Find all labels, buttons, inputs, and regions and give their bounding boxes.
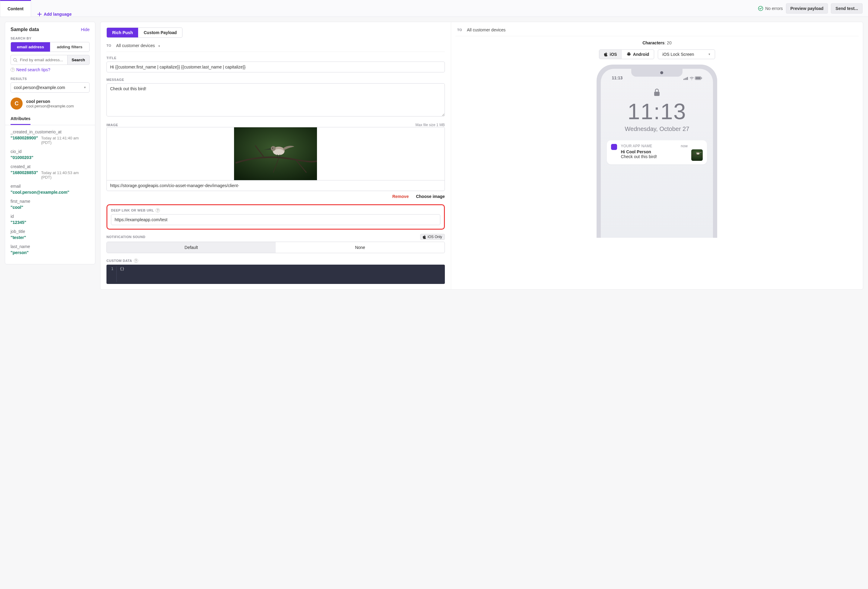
image-preview bbox=[106, 127, 445, 180]
attribute-key: created_at bbox=[10, 164, 90, 169]
attribute-key: _created_in_customerio_at bbox=[10, 129, 90, 134]
custom-data-editor[interactable]: 1 {} bbox=[106, 265, 445, 284]
tab-attributes[interactable]: Attributes bbox=[10, 113, 31, 125]
image-note: Max file size 1 MB bbox=[416, 123, 445, 127]
notification-card: YOUR APP NAME now Hi Cool Person Check o… bbox=[607, 140, 707, 164]
compose-column: Rich Push Custom Payload TO All customer… bbox=[100, 22, 451, 289]
choose-image-button[interactable]: Choose image bbox=[416, 194, 445, 199]
phone-frame: 11:13 11:13 Wednesday, October 27 bbox=[596, 65, 717, 238]
os-ios-label: iOS bbox=[610, 52, 617, 57]
attribute-value: "tester" bbox=[10, 235, 26, 240]
image-url-input[interactable] bbox=[106, 180, 445, 191]
attribute-key: job_title bbox=[10, 229, 90, 234]
attribute-value: "cool.person@example.com" bbox=[10, 190, 69, 195]
no-errors-indicator: No errors bbox=[758, 6, 782, 11]
search-button[interactable]: Search bbox=[67, 55, 90, 65]
preview-to-row: TO All customer devices bbox=[455, 26, 859, 36]
notification-title: Hi Cool Person bbox=[621, 149, 688, 154]
tab-content[interactable]: Content bbox=[0, 0, 31, 16]
results-select[interactable]: cool.person@example.com ▼ bbox=[10, 82, 90, 93]
title-label: TITLE bbox=[106, 56, 445, 60]
os-android[interactable]: Android bbox=[622, 50, 654, 59]
top-actions: No errors Preview payload Send test... bbox=[758, 3, 862, 13]
attribute-key: cio_id bbox=[10, 149, 90, 154]
sound-segment: Default None bbox=[106, 242, 445, 253]
sound-default[interactable]: Default bbox=[107, 242, 276, 253]
attribute-key: last_name bbox=[10, 244, 90, 249]
remove-image-button[interactable]: Remove bbox=[393, 194, 409, 199]
attribute-row: id"12345" bbox=[10, 214, 90, 225]
status-time: 11:13 bbox=[612, 75, 623, 80]
svg-rect-13 bbox=[695, 77, 701, 79]
search-input[interactable] bbox=[10, 55, 67, 65]
sound-none[interactable]: None bbox=[276, 242, 444, 253]
code-line-number: 1 bbox=[106, 266, 117, 282]
search-by-email[interactable]: email address bbox=[11, 42, 50, 52]
ios-only-text: iOS Only bbox=[428, 235, 442, 239]
os-segment: iOS Android bbox=[599, 49, 654, 59]
chevron-down-icon: ▼ bbox=[708, 53, 710, 56]
characters-count: Characters: 20 bbox=[642, 40, 672, 45]
custom-data-label-text: CUSTOM DATA bbox=[106, 259, 132, 262]
deep-link-label: DEEP LINK OR WEB URL ? bbox=[111, 208, 440, 212]
sample-data-panel: Sample data Hide SEARCH BY email address… bbox=[5, 22, 95, 264]
mode-custom-payload[interactable]: Custom Payload bbox=[138, 28, 182, 37]
attribute-value: "1680028900" bbox=[10, 136, 38, 140]
attribute-value: "person" bbox=[10, 250, 29, 255]
preview-to-value: All customer devices bbox=[467, 27, 505, 32]
attribute-key: first_name bbox=[10, 199, 90, 204]
app-icon bbox=[611, 144, 617, 150]
attribute-meta: Today at 11:41:40 am (PDT) bbox=[41, 136, 90, 145]
person-email: cool.person@example.com bbox=[26, 104, 74, 108]
avatar: C bbox=[10, 98, 23, 110]
apple-icon bbox=[423, 235, 426, 239]
title-input[interactable] bbox=[106, 62, 445, 73]
os-segment-row: iOS Android iOS Lock Screen ▼ bbox=[599, 49, 715, 59]
search-by-segment: email address adding filters bbox=[10, 42, 90, 52]
attribute-value: "cool" bbox=[10, 205, 23, 210]
search-icon bbox=[13, 58, 18, 62]
deep-link-section: DEEP LINK OR WEB URL ? bbox=[106, 204, 445, 229]
lockscreen-clock: 11:13 bbox=[605, 99, 708, 124]
bird-image bbox=[234, 127, 317, 180]
to-selector[interactable]: All customer devices ▼ bbox=[116, 43, 161, 48]
top-tabs: Content Add language bbox=[0, 0, 78, 16]
svg-rect-8 bbox=[683, 79, 684, 80]
search-by-filters[interactable]: adding filters bbox=[50, 42, 89, 52]
notification-body: Check out this bird! bbox=[621, 154, 688, 159]
lockscreen-value: iOS Lock Screen bbox=[662, 52, 694, 57]
message-label: MESSAGE bbox=[106, 78, 445, 81]
attribute-row: job_title"tester" bbox=[10, 229, 90, 240]
custom-data-label: CUSTOM DATA ? bbox=[106, 259, 445, 263]
editor-panel: Rich Push Custom Payload TO All customer… bbox=[100, 22, 863, 290]
attribute-key: email bbox=[10, 184, 90, 189]
person-subtabs: Attributes bbox=[5, 113, 95, 125]
image-label: IMAGE bbox=[106, 123, 118, 127]
sample-data-title: Sample data bbox=[10, 27, 39, 32]
phone-screen: 11:13 11:13 Wednesday, October 27 bbox=[601, 69, 713, 238]
preview-payload-button[interactable]: Preview payload bbox=[786, 3, 828, 13]
person-name: cool person bbox=[26, 99, 74, 104]
send-test-button[interactable]: Send test... bbox=[831, 3, 862, 13]
search-tips-link[interactable]: ? Need search tips? bbox=[10, 67, 90, 72]
attribute-key: id bbox=[10, 214, 90, 219]
attribute-row: _created_in_customerio_at"1680028900"Tod… bbox=[10, 129, 90, 145]
search-by-label: SEARCH BY bbox=[10, 37, 90, 40]
to-value: All customer devices bbox=[116, 43, 155, 48]
os-ios[interactable]: iOS bbox=[599, 50, 622, 59]
hide-link[interactable]: Hide bbox=[81, 27, 90, 32]
message-textarea[interactable] bbox=[106, 83, 445, 117]
lockscreen-select[interactable]: iOS Lock Screen ▼ bbox=[658, 49, 715, 59]
to-label: TO bbox=[106, 44, 111, 47]
svg-rect-10 bbox=[686, 77, 687, 80]
status-icons bbox=[683, 75, 703, 80]
deep-link-input[interactable] bbox=[111, 214, 440, 225]
phone-notch bbox=[631, 69, 682, 77]
ios-only-badge: iOS Only bbox=[420, 234, 445, 240]
preview-column: TO All customer devices Characters: 20 i… bbox=[451, 22, 863, 289]
notification-thumbnail bbox=[691, 149, 703, 161]
os-android-label: Android bbox=[633, 52, 650, 57]
add-language-button[interactable]: Add language bbox=[31, 12, 78, 16]
help-icon: ? bbox=[134, 259, 138, 263]
mode-rich-push[interactable]: Rich Push bbox=[107, 28, 138, 37]
